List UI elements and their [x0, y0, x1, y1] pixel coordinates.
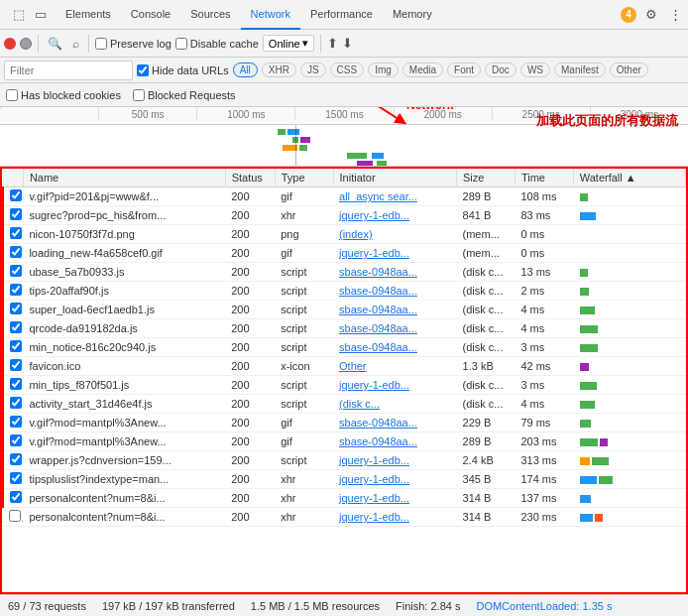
table-row[interactable]: nicon-10750f3f7d.png 200 png (index) (me… — [3, 225, 686, 244]
import-icon[interactable]: ⬆ — [327, 36, 338, 51]
table-row[interactable]: super_load-6ecf1aedb1.js 200 script sbas… — [3, 301, 686, 319]
tab-elements[interactable]: Elements — [56, 0, 121, 30]
row-initiator[interactable]: (index) — [333, 225, 457, 244]
row-name[interactable]: qrcode-da919182da.js — [23, 319, 225, 338]
record-button[interactable] — [4, 38, 16, 50]
filter-chip-css[interactable]: CSS — [330, 62, 365, 77]
row-checkbox-cell[interactable] — [3, 282, 23, 301]
table-row[interactable]: tips-20affaf90f.js 200 script sbase-0948… — [3, 282, 686, 301]
search-icon[interactable]: ⌕ — [69, 37, 82, 51]
row-checkbox-cell[interactable] — [3, 432, 23, 451]
row-initiator[interactable]: (disk c... — [333, 395, 457, 414]
row-initiator[interactable]: sbase-0948aa... — [333, 319, 457, 338]
row-initiator[interactable]: jquery-1-edb... — [333, 451, 457, 470]
col-time[interactable]: Time — [515, 169, 573, 187]
row-checkbox-cell[interactable] — [3, 357, 23, 376]
row-checkbox-cell[interactable] — [3, 225, 23, 244]
col-size[interactable]: Size — [457, 169, 516, 187]
row-checkbox-cell[interactable] — [3, 489, 23, 508]
table-row[interactable]: v.gif?mod=mantpl%3Anew... 200 gif sbase-… — [3, 414, 686, 432]
row-name[interactable]: personalcontent?num=8&i... — [23, 489, 225, 508]
export-icon[interactable]: ⬇ — [342, 36, 353, 51]
row-initiator[interactable]: jquery-1-edb... — [333, 376, 457, 395]
table-row[interactable]: wrapper.js?cdnversion=159... 200 script … — [3, 451, 686, 470]
hide-data-urls-checkbox[interactable] — [137, 64, 149, 76]
row-initiator[interactable]: sbase-0948aa... — [333, 414, 457, 432]
row-initiator[interactable]: sbase-0948aa... — [333, 338, 457, 357]
row-initiator[interactable]: jquery-1-edb... — [333, 470, 457, 489]
filter-chip-ws[interactable]: WS — [520, 62, 550, 77]
row-checkbox-cell[interactable] — [3, 451, 23, 470]
filter-chip-manifest[interactable]: Manifest — [554, 62, 606, 77]
row-name[interactable]: v.gif?pid=201&pj=www&f... — [23, 187, 225, 206]
row-checkbox-cell[interactable] — [3, 206, 23, 225]
row-initiator[interactable]: jquery-1-edb... — [333, 244, 457, 263]
row-checkbox-cell[interactable] — [3, 395, 23, 414]
row-name[interactable]: personalcontent?num=8&i... — [23, 508, 225, 527]
col-initiator[interactable]: Initiator — [333, 169, 457, 187]
row-checkbox-cell[interactable] — [3, 470, 23, 489]
row-name[interactable]: wrapper.js?cdnversion=159... — [23, 451, 225, 470]
tab-performance[interactable]: Performance — [300, 0, 383, 30]
inspect-icon[interactable]: ⬚ — [10, 6, 28, 24]
filter-chip-js[interactable]: JS — [300, 62, 326, 77]
filter-chip-font[interactable]: Font — [447, 62, 481, 77]
row-name[interactable]: v.gif?mod=mantpl%3Anew... — [23, 432, 225, 451]
table-row[interactable]: ubase_5a7b0933.js 200 script sbase-0948a… — [3, 263, 686, 282]
table-row[interactable]: loading_new-f4a658cef0.gif 200 gif jquer… — [3, 244, 686, 263]
table-row[interactable]: tipspluslist?indextype=man... 200 xhr jq… — [3, 470, 686, 489]
row-name[interactable]: ubase_5a7b0933.js — [23, 263, 225, 282]
row-checkbox-cell[interactable] — [3, 187, 23, 206]
preserve-log-checkbox[interactable] — [95, 38, 107, 50]
throttle-selector[interactable]: Online ▾ — [263, 35, 314, 52]
disable-cache-label[interactable]: Disable cache — [175, 38, 259, 50]
col-name[interactable]: Name — [23, 169, 225, 187]
table-row[interactable]: sugrec?prod=pc_his&from... 200 xhr jquer… — [3, 206, 686, 225]
has-blocked-cookies-checkbox[interactable] — [6, 89, 18, 101]
table-row[interactable]: min_notice-816c20c940.js 200 script sbas… — [3, 338, 686, 357]
row-initiator[interactable]: Other — [333, 357, 457, 376]
row-checkbox-cell[interactable] — [3, 414, 23, 432]
table-row[interactable]: qrcode-da919182da.js 200 script sbase-09… — [3, 319, 686, 338]
more-options-icon[interactable]: ⋮ — [666, 6, 684, 24]
row-initiator[interactable]: jquery-1-edb... — [333, 489, 457, 508]
stop-button[interactable] — [20, 38, 32, 50]
row-initiator[interactable]: jquery-1-edb... — [333, 206, 457, 225]
row-name[interactable]: super_load-6ecf1aedb1.js — [23, 301, 225, 319]
blocked-requests-label[interactable]: Blocked Requests — [133, 89, 236, 101]
row-initiator[interactable]: sbase-0948aa... — [333, 432, 457, 451]
row-name[interactable]: nicon-10750f3f7d.png — [23, 225, 225, 244]
table-row[interactable]: v.gif?pid=201&pj=www&f... 200 gif all_as… — [3, 187, 686, 206]
filter-chip-img[interactable]: Img — [368, 62, 399, 77]
filter-icon[interactable]: 🔍 — [45, 37, 65, 51]
filter-chip-doc[interactable]: Doc — [485, 62, 516, 77]
hide-data-urls-label[interactable]: Hide data URLs — [137, 64, 229, 76]
table-row[interactable]: min_tips_f870f501.js 200 script jquery-1… — [3, 376, 686, 395]
filter-chip-xhr[interactable]: XHR — [262, 62, 296, 77]
row-checkbox-cell[interactable] — [3, 263, 23, 282]
row-name[interactable]: loading_new-f4a658cef0.gif — [23, 244, 225, 263]
table-row[interactable]: personalcontent?num=8&i... 200 xhr jquer… — [3, 489, 686, 508]
tab-console[interactable]: Console — [121, 0, 180, 30]
row-name[interactable]: min_notice-816c20c940.js — [23, 338, 225, 357]
table-row[interactable]: personalcontent?num=8&i... 200 xhr jquer… — [3, 508, 686, 527]
tab-memory[interactable]: Memory — [383, 0, 442, 30]
row-name[interactable]: activity_start_31d46e4f.js — [23, 395, 225, 414]
settings-icon[interactable]: ⚙ — [642, 6, 660, 24]
row-checkbox-cell[interactable] — [3, 338, 23, 357]
col-type[interactable]: Type — [275, 169, 333, 187]
row-checkbox-cell[interactable] — [3, 319, 23, 338]
row-initiator[interactable]: sbase-0948aa... — [333, 263, 457, 282]
row-name[interactable]: min_tips_f870f501.js — [23, 376, 225, 395]
row-checkbox-cell[interactable] — [3, 508, 23, 527]
row-name[interactable]: sugrec?prod=pc_his&from... — [23, 206, 225, 225]
row-checkbox-cell[interactable] — [3, 376, 23, 395]
tab-network[interactable]: Network — [241, 0, 300, 30]
disable-cache-checkbox[interactable] — [175, 38, 187, 50]
filter-input[interactable] — [4, 61, 133, 80]
table-row[interactable]: v.gif?mod=mantpl%3Anew... 200 gif sbase-… — [3, 432, 686, 451]
row-name[interactable]: favicon.ico — [23, 357, 225, 376]
filter-chip-other[interactable]: Other — [610, 62, 648, 77]
preserve-log-label[interactable]: Preserve log — [95, 38, 172, 50]
row-checkbox-cell[interactable] — [3, 301, 23, 319]
